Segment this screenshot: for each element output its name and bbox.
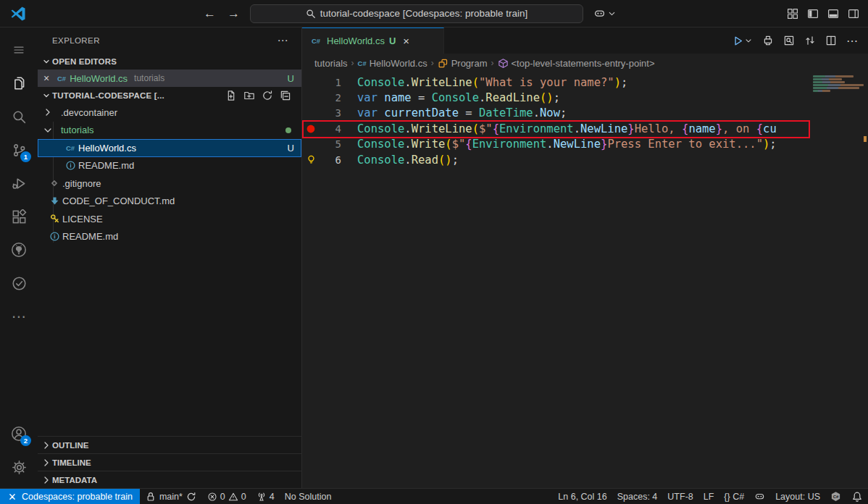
run-debug-icon: [12, 176, 27, 191]
sidebar-title: EXPLORER: [52, 36, 100, 45]
copilot-menu[interactable]: [593, 7, 617, 20]
layout-icon[interactable]: [787, 8, 798, 20]
testing-icon: [12, 276, 27, 291]
new-folder-icon[interactable]: [243, 90, 255, 101]
csharp-icon: C#: [358, 59, 367, 67]
breadcrumb-item[interactable]: Program: [438, 58, 488, 69]
sidebar-panel-metadata[interactable]: METADATA: [38, 471, 301, 488]
status-notifications[interactable]: [846, 489, 868, 504]
breadcrumb-item[interactable]: tutorials: [314, 58, 348, 69]
status-csharp-project[interactable]: C#: [825, 489, 846, 504]
close-icon[interactable]: ×: [43, 72, 54, 84]
tree-item-label: .devcontainer: [61, 107, 117, 118]
open-changes-icon[interactable]: [804, 35, 816, 46]
search-preview-icon[interactable]: [783, 35, 795, 46]
tree-item-code-of-conduct-md[interactable]: CODE_OF_CONDUCT.md: [38, 193, 301, 211]
tree-item--gitignore[interactable]: .gitignore: [38, 175, 301, 193]
csharp-hex-icon: C#: [830, 491, 841, 502]
minimap-line: [813, 75, 854, 77]
print-icon[interactable]: [762, 35, 774, 46]
code-line-5[interactable]: 5Console.Write($"{Environment.NewLine}Pr…: [302, 137, 810, 152]
code-line-4[interactable]: 4Console.WriteLine($"{Environment.NewLin…: [302, 121, 810, 136]
breakpoint-icon[interactable]: [302, 123, 320, 135]
sidebar-panel-timeline[interactable]: TIMELINE: [38, 453, 301, 471]
status-indentation[interactable]: Spaces: 4: [612, 489, 663, 504]
breadcrumb-separator: ›: [430, 58, 435, 68]
code-text: Console.WriteLine("What is your name?");: [341, 76, 627, 89]
activity-item-source-control[interactable]: 1: [3, 133, 35, 167]
collapse-all-icon[interactable]: [280, 90, 291, 101]
tree-item-readme-md[interactable]: README.md: [38, 228, 301, 246]
status-remote-indicator-text: Codespaces: probable train: [22, 492, 133, 502]
sidebar-more-icon[interactable]: ⋯: [277, 34, 288, 47]
code-line-2[interactable]: 2var name = Console.ReadLine();: [302, 90, 810, 105]
workspace-header[interactable]: TUTORIAL-CODESPACE [...: [38, 87, 301, 104]
chevron-right-icon: [42, 106, 54, 118]
activity-item-explorer[interactable]: [3, 67, 35, 100]
tree-item-helloworld-cs[interactable]: C#HelloWorld.csU: [38, 139, 301, 157]
tree-item-tutorials[interactable]: tutorials: [38, 122, 301, 140]
git-status-badge: U: [288, 143, 294, 154]
panel-right-icon[interactable]: [848, 8, 859, 20]
back-icon[interactable]: ←: [198, 7, 222, 21]
settings-icon: [12, 460, 27, 475]
new-file-icon[interactable]: [225, 90, 237, 101]
forward-icon[interactable]: →: [222, 7, 246, 21]
symbol-class-icon: [438, 58, 448, 69]
command-center[interactable]: tutorial-codespace [Codespaces: probable…: [250, 4, 583, 23]
status-copilot[interactable]: [749, 489, 770, 504]
copilot-icon: [593, 7, 606, 20]
activity-item-more[interactable]: ⋯: [3, 300, 35, 333]
status-eol[interactable]: LF: [698, 489, 719, 504]
code-line-6[interactable]: 6Console.Read();: [302, 152, 810, 167]
code-editor[interactable]: 1Console.WriteLine("What is your name?")…: [302, 72, 868, 488]
lightbulb-icon[interactable]: [302, 154, 320, 165]
tab-close-icon[interactable]: ×: [403, 35, 409, 47]
activity-item-accounts[interactable]: 2: [3, 417, 35, 450]
status-encoding[interactable]: UTF-8: [662, 489, 698, 504]
editor-group: C# HelloWorld.cs U × ⋯ tutorials›C#Hello…: [302, 28, 868, 488]
activity-item-testing[interactable]: [3, 266, 35, 300]
more-actions-icon[interactable]: ⋯: [846, 34, 858, 48]
sidebar-title-row: EXPLORER ⋯: [38, 28, 301, 53]
tree-item--devcontainer[interactable]: .devcontainer: [38, 104, 301, 122]
tree-item-readme-md[interactable]: README.md: [38, 157, 301, 175]
activity-item-menu[interactable]: [3, 33, 35, 67]
breadcrumb-item[interactable]: C#HelloWorld.cs: [358, 58, 427, 69]
status-forwarded-ports[interactable]: 4: [251, 489, 280, 504]
status-forwarded-ports-text: 4: [270, 492, 275, 502]
minimap[interactable]: [810, 75, 868, 488]
tab-helloworld[interactable]: C# HelloWorld.cs U ×: [302, 28, 444, 54]
git-status-badge: U: [288, 73, 294, 84]
activity-item-search[interactable]: [3, 100, 35, 133]
activity-item-run-debug[interactable]: [3, 167, 35, 200]
vscode-logo: [9, 4, 28, 23]
code-line-3[interactable]: 3var currentDate = DateTime.Now;: [302, 106, 810, 121]
open-editor-item[interactable]: ×C#HelloWorld.cstutorialsU: [38, 70, 301, 87]
status-remote-indicator[interactable]: Codespaces: probable train: [0, 489, 140, 504]
status-language-mode[interactable]: {} C#: [719, 489, 749, 504]
panel-left-icon[interactable]: [807, 8, 819, 20]
refresh-icon[interactable]: [262, 90, 273, 101]
minimap-line: [813, 78, 842, 80]
radio-tower-icon: [256, 492, 267, 502]
breadcrumb-item[interactable]: <top-level-statements-entry-point>: [498, 58, 655, 69]
activity-bar: 1⋯2: [0, 28, 38, 488]
activity-item-extensions[interactable]: [3, 200, 35, 233]
status-solution[interactable]: No Solution: [280, 489, 337, 504]
code-line-1[interactable]: 1Console.WriteLine("What is your name?")…: [302, 75, 810, 90]
tree-item-license[interactable]: LICENSE: [38, 210, 301, 228]
activity-item-settings[interactable]: [3, 450, 35, 484]
panel-bottom-icon[interactable]: [827, 8, 839, 20]
split-editor-icon[interactable]: [825, 35, 837, 46]
activity-item-github[interactable]: [3, 233, 35, 266]
status-git-branch[interactable]: main*: [140, 489, 202, 504]
run-button[interactable]: [732, 35, 753, 47]
sidebar-panel-outline[interactable]: OUTLINE: [38, 436, 301, 453]
open-editors-header[interactable]: OPEN EDITORS: [38, 53, 301, 70]
minimap-line: [813, 81, 845, 83]
status-cursor-position[interactable]: Ln 6, Col 16: [553, 489, 612, 504]
status-problems[interactable]: 00: [202, 489, 251, 504]
status-keyboard-layout[interactable]: Layout: US: [770, 489, 825, 504]
chevron-down-icon: [42, 125, 54, 136]
